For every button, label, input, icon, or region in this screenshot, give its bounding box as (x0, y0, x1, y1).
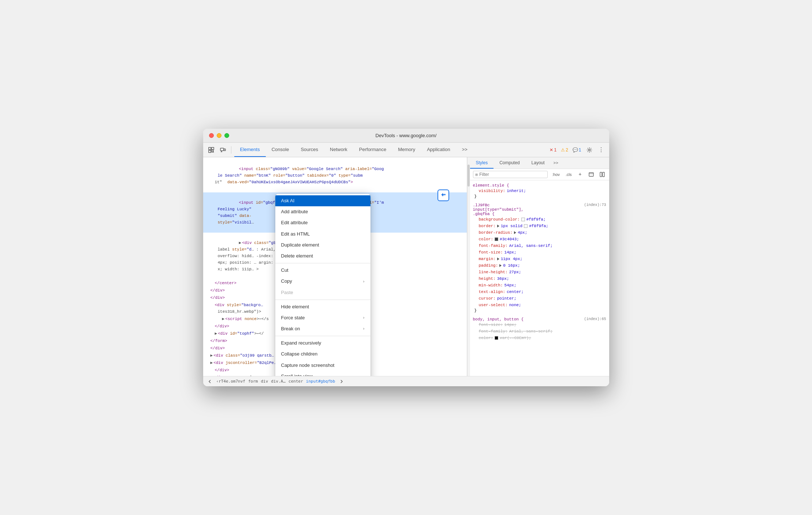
swatch-bg-color[interactable] (521, 218, 525, 221)
menu-item-edit-attribute[interactable]: Edit attribute (275, 217, 370, 228)
tab-layout[interactable]: Layout (526, 157, 551, 169)
cls-button[interactable]: .cls (564, 172, 573, 177)
menu-item-copy-label: Copy (281, 278, 292, 285)
menu-item-copy[interactable]: Copy › (275, 276, 370, 287)
menu-item-capture-screenshot[interactable]: Capture node screenshot (275, 360, 370, 371)
svg-rect-4 (220, 148, 224, 151)
breadcrumb-item-diva[interactable]: div.A… (269, 379, 287, 384)
style-location: (index):73 (584, 203, 606, 207)
style-prop: visibility: (473, 188, 506, 194)
menu-item-expand-label: Expand recursively (281, 340, 321, 346)
styles-tabs: Styles Computed Layout >> (470, 157, 609, 169)
svg-rect-1 (209, 150, 211, 153)
swatch-color[interactable] (495, 237, 498, 241)
filter-input-wrapper: ⊞ (473, 171, 548, 178)
style-close-brace-2: } (473, 308, 606, 313)
ai-badge-button[interactable] (437, 189, 449, 201)
force-state-arrow: › (363, 315, 365, 320)
minimize-button[interactable] (217, 133, 221, 138)
swatch-border[interactable] (524, 224, 528, 228)
tab-elements[interactable]: Elements (234, 143, 266, 157)
scroll-thumb[interactable] (468, 165, 470, 187)
elements-panel[interactable]: <input class="gNO89b" value="Google Sear… (203, 157, 467, 376)
traffic-lights (209, 133, 229, 138)
prop-bg-color: background-color: (473, 216, 520, 223)
menu-item-force-state-label: Force state (281, 315, 305, 321)
tab-network[interactable]: Network (324, 143, 353, 157)
breadcrumb-label-div: div (261, 379, 268, 384)
triangle-border[interactable] (497, 225, 499, 228)
swatch-body-color[interactable] (495, 336, 498, 340)
element-state-icon[interactable] (587, 170, 595, 178)
tab-styles[interactable]: Styles (470, 157, 494, 169)
style-line-body-font-family: font-family: Arial, sans-serif; (473, 328, 606, 335)
style-line: visibility: inherit; (473, 188, 606, 194)
breadcrumb-label-root: ‹rT4e.om7nvf (216, 379, 245, 384)
filter-icon: ⊞ (476, 172, 478, 177)
menu-item-scroll-into-view[interactable]: Scroll into view (275, 371, 370, 376)
style-close-brace: } (473, 194, 606, 199)
menu-item-break-on[interactable]: Break on › (275, 323, 370, 334)
elements-scrollbar[interactable] (467, 157, 470, 376)
prop-text-align: text-align: (473, 289, 506, 295)
menu-item-hide-element[interactable]: Hide element (275, 301, 370, 312)
menu-item-break-on-label: Break on (281, 326, 300, 332)
breadcrumb-item-form[interactable]: form (247, 379, 260, 384)
device-toggle-icon[interactable] (218, 145, 228, 155)
tab-memory[interactable]: Memory (392, 143, 421, 157)
tab-more[interactable]: >> (456, 143, 473, 157)
val-line-height: 27px; (509, 269, 521, 275)
svg-rect-8 (600, 172, 602, 177)
tab-application[interactable]: Application (421, 143, 456, 157)
computed-panel-icon[interactable] (598, 170, 606, 178)
menu-item-collapse-children[interactable]: Collapse children (275, 349, 370, 360)
warning-badge[interactable]: ⚠ 2 (559, 147, 570, 153)
menu-item-add-attribute[interactable]: Add attribute (275, 206, 370, 217)
tab-sources[interactable]: Sources (295, 143, 324, 157)
menu-item-ask-ai[interactable]: Ask AI (275, 195, 370, 206)
style-line-border-radius: border-radius: 4px; (473, 229, 606, 236)
triangle-border-radius[interactable] (514, 231, 516, 234)
breadcrumb-item-input[interactable]: input#gbqfbb (305, 379, 336, 384)
val-min-width: 54px; (504, 282, 517, 289)
tab-console[interactable]: Console (266, 143, 295, 157)
styles-filter-input[interactable] (479, 172, 545, 177)
menu-item-expand-recursively[interactable]: Expand recursively (275, 338, 370, 349)
inspector-icon[interactable] (206, 145, 216, 155)
breadcrumb-label-center: center (288, 379, 303, 384)
menu-item-edit-as-html[interactable]: Edit as HTML (275, 229, 370, 240)
breadcrumb-nav-back[interactable] (206, 378, 213, 385)
prop-cursor: cursor: (473, 295, 496, 302)
style-line-font-size: font-size: 14px; (473, 249, 606, 256)
tab-performance[interactable]: Performance (353, 143, 392, 157)
settings-icon[interactable] (584, 145, 595, 155)
hov-button[interactable]: :hov (551, 172, 561, 177)
menu-item-scroll-label: Scroll into view (281, 373, 313, 376)
add-style-rule-button[interactable]: + (576, 170, 584, 178)
menu-item-cut[interactable]: Cut (275, 265, 370, 276)
styles-more-tabs[interactable]: >> (551, 157, 561, 169)
tab-computed[interactable]: Computed (493, 157, 525, 169)
error-badge[interactable]: ✕ 1 (548, 147, 558, 153)
breadcrumb-item-center[interactable]: center (287, 379, 305, 384)
style-rule-body-input-button: body, input, button { (index):65 font-si… (473, 317, 606, 341)
triangle-padding[interactable] (499, 264, 502, 267)
style-line-cursor: cursor: pointer; (473, 295, 606, 302)
breadcrumb-label-form: form (248, 379, 258, 384)
info-badge[interactable]: 💬 1 (571, 147, 583, 153)
breadcrumb-item-div[interactable]: div (259, 379, 269, 384)
breadcrumb-nav-forward[interactable] (338, 378, 345, 385)
prop-font-size: font-size: (473, 249, 503, 256)
style-line-padding: padding: 0 16px; (473, 262, 606, 269)
more-options-icon[interactable]: ⋮ (596, 145, 606, 155)
maximize-button[interactable] (224, 133, 229, 138)
menu-item-duplicate-element[interactable]: Duplicate element (275, 240, 370, 251)
menu-item-paste-label: Paste (281, 289, 293, 296)
breadcrumb-item-root[interactable]: ‹rT4e.om7nvf (215, 379, 247, 384)
triangle-margin[interactable] (497, 258, 499, 260)
style-line-height: height: 36px; (473, 275, 606, 282)
close-button[interactable] (209, 133, 214, 138)
menu-item-force-state[interactable]: Force state › (275, 312, 370, 323)
menu-item-delete-element[interactable]: Delete element (275, 251, 370, 262)
style-line-text-align: text-align: center; (473, 289, 606, 295)
